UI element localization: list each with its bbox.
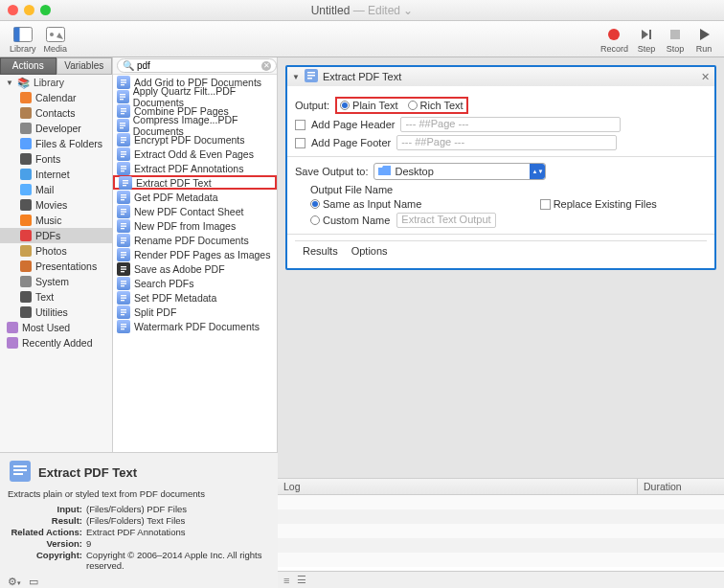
svg-rect-57 — [121, 237, 126, 238]
action-row[interactable]: Rename PDF Documents — [113, 233, 277, 247]
category-icon — [19, 199, 32, 212]
svg-rect-77 — [121, 328, 124, 329]
svg-rect-19 — [20, 276, 32, 287]
log-view-detail-icon[interactable]: ☰ — [297, 574, 306, 586]
step-button[interactable]: Step — [636, 25, 657, 54]
desc-value: 9 — [86, 538, 270, 549]
action-description-pane: Extract PDF Text Extracts plain or style… — [0, 452, 278, 588]
record-button[interactable]: Record — [600, 25, 628, 54]
radio-custom-name[interactable]: Custom Name Extract Text Output — [310, 213, 496, 228]
sidebar-item-text[interactable]: Text — [0, 289, 112, 305]
run-button[interactable]: Run — [693, 25, 714, 54]
svg-rect-75 — [121, 324, 126, 325]
svg-rect-17 — [20, 245, 32, 257]
tab-options[interactable]: Options — [351, 245, 388, 257]
action-row[interactable]: Extract Odd & Even Pages — [113, 147, 277, 161]
custom-name-input[interactable]: Extract Text Output — [396, 213, 495, 228]
svg-rect-54 — [121, 223, 126, 224]
action-row[interactable]: Extract PDF Text — [113, 175, 277, 190]
action-row[interactable]: Apply Quartz Filt...PDF Documents — [113, 89, 277, 103]
window-title: Untitled — Edited ⌄ — [0, 4, 724, 17]
library-toggle[interactable]: Library — [10, 25, 36, 54]
action-row[interactable]: New PDF from Images — [113, 218, 277, 233]
record-icon — [603, 25, 624, 44]
disclosure-triangle-icon[interactable]: ▼ — [292, 73, 300, 81]
disclosure-triangle-icon[interactable]: ▼ — [6, 79, 13, 87]
svg-rect-61 — [121, 254, 126, 255]
svg-rect-58 — [121, 239, 126, 240]
library-label[interactable]: Library — [34, 77, 64, 88]
log-header-log[interactable]: Log — [278, 479, 638, 494]
header-input[interactable]: --- ##Page --- — [400, 117, 621, 132]
action-row[interactable]: Set PDF Metadata — [113, 290, 277, 305]
svg-rect-69 — [121, 295, 126, 296]
action-row[interactable]: Compress Image...PDF Documents — [113, 118, 277, 132]
category-icon — [19, 138, 32, 150]
sidebar-item-pdfs[interactable]: PDFs — [0, 228, 112, 243]
search-icon: 🔍 — [123, 60, 134, 71]
checkbox-add-footer[interactable] — [295, 138, 305, 148]
svg-rect-9 — [20, 123, 32, 134]
sidebar-item-files-folders[interactable]: Files & Folders — [0, 136, 112, 151]
panel-toggle-icon[interactable]: ▭ — [29, 576, 38, 588]
media-toggle[interactable]: Media — [44, 25, 68, 54]
svg-rect-63 — [121, 266, 126, 267]
workflow-area: ▼ Extract PDF Text ✕ Output: Plain Text … — [278, 57, 724, 588]
sidebar-item-movies[interactable]: Movies — [0, 197, 112, 213]
folder-icon — [378, 166, 391, 178]
sidebar-item-fonts[interactable]: Fonts — [0, 151, 112, 167]
sidebar-item-system[interactable]: System — [0, 274, 112, 289]
tab-results[interactable]: Results — [303, 245, 338, 257]
remove-step-button[interactable]: ✕ — [701, 71, 710, 83]
sidebar-item-most-used[interactable]: Most Used — [0, 320, 112, 335]
radio-plain-text[interactable]: Plain Text — [340, 100, 398, 111]
log-header-duration[interactable]: Duration — [638, 479, 724, 494]
sidebar-item-contacts[interactable]: Contacts — [0, 105, 112, 121]
sidebar-item-internet[interactable]: Internet — [0, 167, 112, 182]
stop-icon — [665, 25, 686, 44]
action-row[interactable]: Get PDF Metadata — [113, 190, 277, 204]
checkbox-add-header[interactable] — [295, 120, 305, 130]
sidebar-item-recently-added[interactable]: Recently Added — [0, 335, 112, 351]
svg-rect-62 — [121, 257, 124, 258]
action-icon — [117, 162, 130, 175]
action-icon — [117, 320, 130, 333]
stop-button[interactable]: Stop — [665, 25, 686, 54]
search-input[interactable] — [137, 60, 259, 71]
sidebar-item-music[interactable]: Music — [0, 213, 112, 228]
radio-same-name[interactable]: Same as Input Name — [310, 198, 496, 210]
sidebar-item-calendar[interactable]: Calendar — [0, 90, 112, 105]
category-icon — [19, 215, 32, 227]
clear-search-button[interactable]: ✕ — [261, 61, 271, 71]
svg-rect-43 — [121, 168, 126, 169]
action-row[interactable]: New PDF Contact Sheet — [113, 204, 277, 218]
sidebar-item-photos[interactable]: Photos — [0, 243, 112, 259]
sidebar-item-mail[interactable]: Mail — [0, 182, 112, 197]
tab-actions[interactable]: Actions — [0, 57, 57, 75]
action-row[interactable]: Watermark PDF Documents — [113, 319, 277, 333]
sidebar-item-developer[interactable]: Developer — [0, 121, 112, 136]
save-location-select[interactable]: Desktop ▲▼ — [373, 163, 546, 180]
action-icon — [117, 191, 130, 204]
action-row[interactable]: Search PDFs — [113, 276, 277, 290]
gear-icon[interactable]: ⚙︎▾ — [8, 576, 21, 588]
desc-key: Version: — [8, 538, 86, 549]
action-row[interactable]: Save as Adobe PDF — [113, 261, 277, 276]
description-summary: Extracts plain or styled text from PDF d… — [8, 488, 270, 499]
svg-rect-45 — [123, 180, 128, 181]
action-row[interactable]: Render PDF Pages as Images — [113, 247, 277, 261]
action-row[interactable]: Split PDF — [113, 305, 277, 319]
sidebar-item-presentations[interactable]: Presentations — [0, 259, 112, 274]
sidebar-item-utilities[interactable]: Utilities — [0, 305, 112, 320]
category-icon — [19, 123, 32, 135]
action-row[interactable]: Extract PDF Annotations — [113, 161, 277, 175]
log-view-list-icon[interactable]: ≡ — [283, 575, 289, 586]
output-label: Output: — [295, 100, 329, 111]
footer-input[interactable]: --- ##Page --- — [396, 135, 617, 150]
radio-rich-text[interactable]: Rich Text — [408, 100, 464, 111]
checkbox-replace-existing[interactable]: Replace Existing Files — [540, 198, 657, 210]
svg-rect-51 — [121, 209, 126, 210]
svg-rect-74 — [121, 314, 124, 315]
tab-variables[interactable]: Variables — [57, 57, 113, 75]
category-icon — [19, 245, 32, 258]
